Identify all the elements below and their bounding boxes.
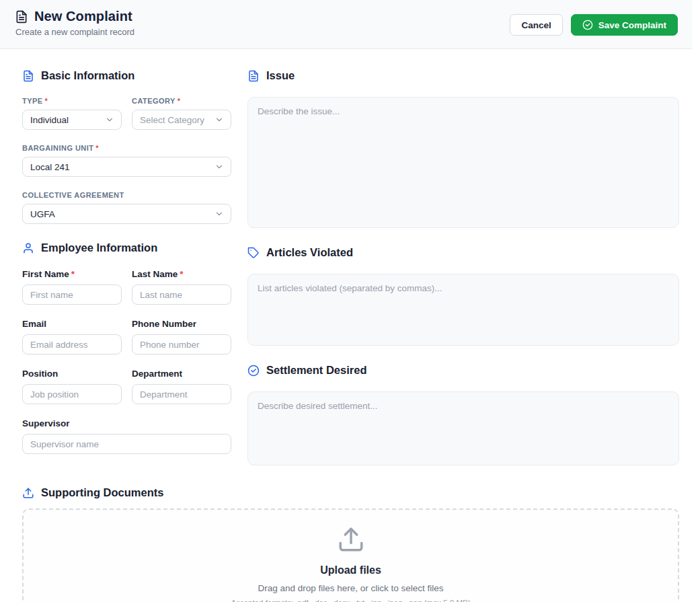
first-name-label: First Name*	[22, 269, 122, 279]
position-input[interactable]	[22, 384, 122, 404]
document-icon	[15, 10, 28, 24]
page-subtitle: Create a new complaint record	[15, 27, 134, 37]
header-actions: Cancel Save Complaint	[510, 14, 678, 36]
file-dropzone[interactable]: Upload files Drag and drop files here, o…	[22, 509, 679, 602]
issue-section: Issue	[247, 69, 679, 228]
upload-title: Upload files	[24, 564, 678, 576]
settlement-desired-textarea[interactable]	[247, 391, 679, 465]
check-circle-icon	[247, 365, 260, 377]
required-asterisk: *	[71, 269, 75, 279]
phone-label: Phone Number	[132, 319, 231, 329]
section-title: Supporting Documents	[41, 486, 163, 499]
header-titles: New Complaint Create a new complaint rec…	[15, 9, 134, 37]
new-complaint-page: New Complaint Create a new complaint rec…	[0, 0, 693, 602]
settlement-desired-section: Settlement Desired	[247, 364, 679, 465]
required-asterisk: *	[45, 97, 48, 105]
bargaining-unit-label: BARGAINING UNIT*	[22, 144, 231, 152]
email-input[interactable]	[22, 334, 122, 354]
type-label: TYPE*	[22, 97, 122, 105]
section-title: Articles Violated	[266, 246, 353, 259]
upload-icon	[337, 525, 365, 554]
required-asterisk: *	[178, 97, 181, 105]
required-asterisk: *	[180, 269, 183, 279]
upload-hint: Drag and drop files here, or click to se…	[24, 583, 678, 593]
tag-icon	[247, 247, 260, 259]
employee-information-section: Employee Information First Name* Last Na…	[22, 241, 231, 454]
type-select[interactable]: Individual	[22, 110, 122, 130]
articles-violated-textarea[interactable]	[247, 274, 679, 346]
collective-agreement-select[interactable]: UGFA	[22, 204, 231, 224]
save-button-label: Save Complaint	[598, 20, 666, 30]
collective-agreement-label: COLLECTIVE AGREEMENT	[22, 191, 231, 199]
cancel-button[interactable]: Cancel	[510, 14, 562, 36]
issue-textarea[interactable]	[247, 97, 679, 228]
right-column: Issue Articles Violated	[247, 69, 679, 465]
last-name-label: Last Name*	[132, 269, 231, 279]
basic-information-section: Basic Information TYPE* Individual	[22, 69, 231, 224]
phone-input[interactable]	[132, 334, 231, 354]
upload-icon	[22, 487, 34, 499]
supervisor-input[interactable]	[22, 434, 231, 454]
email-label: Email	[22, 319, 122, 329]
file-text-icon	[22, 70, 34, 82]
upload-formats: Accepted formats: .pdf, .doc, .docx, .tx…	[24, 599, 678, 602]
department-label: Department	[132, 369, 231, 379]
required-asterisk: *	[95, 144, 99, 152]
supervisor-label: Supervisor	[22, 418, 231, 428]
position-label: Position	[22, 369, 122, 379]
supporting-documents-section: Supporting Documents Upload files Drag a…	[22, 486, 679, 602]
left-column: Basic Information TYPE* Individual	[22, 69, 231, 468]
page-header: New Complaint Create a new complaint rec…	[0, 0, 693, 49]
last-name-input[interactable]	[132, 285, 231, 305]
file-text-icon	[247, 70, 260, 82]
chevron-down-icon	[215, 162, 224, 172]
section-title: Settlement Desired	[266, 364, 366, 377]
chevron-down-icon	[215, 209, 224, 219]
chevron-down-icon	[105, 115, 114, 124]
category-label: CATEGORY*	[132, 97, 231, 105]
section-title: Employee Information	[41, 241, 157, 254]
category-select[interactable]: Select Category	[132, 110, 231, 130]
section-title: Issue	[266, 69, 295, 82]
articles-violated-section: Articles Violated	[247, 246, 679, 346]
user-icon	[22, 242, 34, 254]
bargaining-unit-select[interactable]: Local 241	[22, 157, 231, 177]
page-title: New Complaint	[34, 9, 132, 24]
department-input[interactable]	[132, 384, 231, 404]
first-name-input[interactable]	[22, 285, 122, 305]
section-title: Basic Information	[41, 69, 134, 82]
check-circle-icon	[582, 20, 593, 30]
form-content: Basic Information TYPE* Individual	[0, 49, 693, 602]
chevron-down-icon	[215, 115, 224, 124]
save-complaint-button[interactable]: Save Complaint	[571, 14, 678, 36]
